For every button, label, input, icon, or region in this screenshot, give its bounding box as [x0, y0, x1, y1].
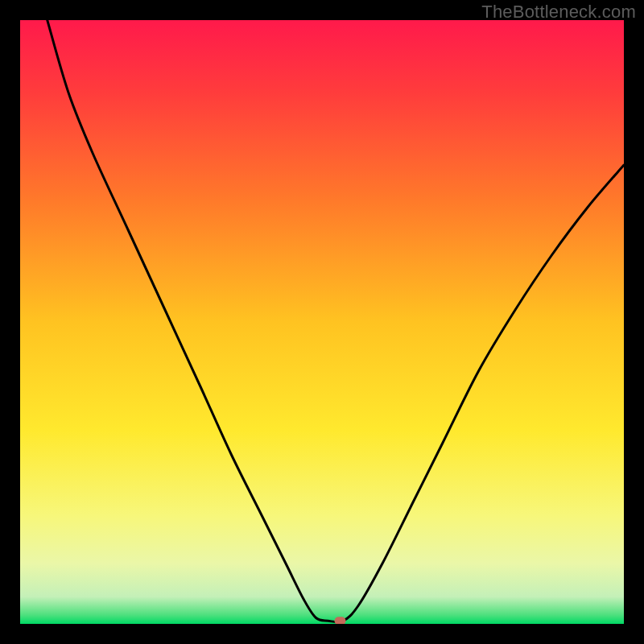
- plot-area: [20, 20, 624, 624]
- watermark-text: TheBottleneck.com: [481, 2, 636, 23]
- bottleneck-chart: [20, 20, 624, 624]
- chart-frame: TheBottleneck.com: [0, 0, 644, 644]
- optimal-marker: [335, 617, 346, 624]
- gradient-background: [20, 20, 624, 624]
